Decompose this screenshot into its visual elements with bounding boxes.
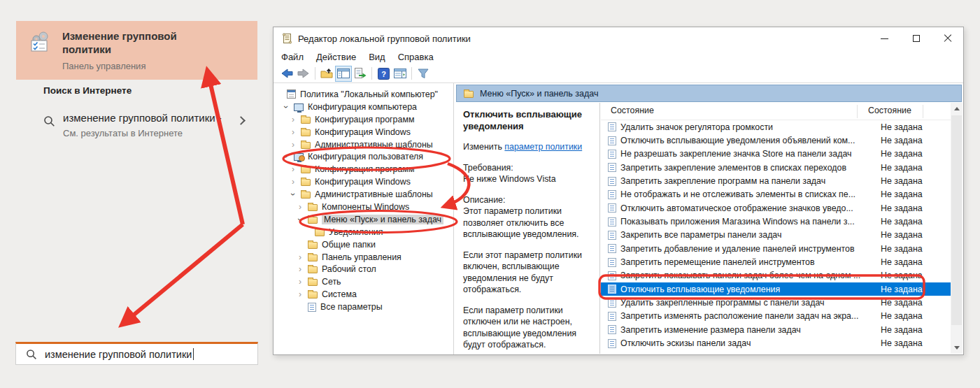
tree-item[interactable]: ›Панель управления xyxy=(274,251,453,264)
tree-item[interactable]: Общие папки xyxy=(274,238,453,251)
chevron-collapsed-icon[interactable]: › xyxy=(292,166,301,173)
policy-setting-icon xyxy=(608,271,616,280)
policy-state: Не задана xyxy=(881,189,923,199)
tree-item[interactable]: ›Конфигурация программ xyxy=(274,163,453,175)
policy-name: Закрепить все параметры панели задач xyxy=(620,230,868,240)
policy-name: Отключить всплывающие уведомления xyxy=(620,285,868,294)
policy-name: Запретить закрепление программ на панели… xyxy=(620,176,868,186)
policy-row[interactable]: Отключить всплывающие уведомленияНе зада… xyxy=(601,282,951,296)
policy-setting-icon xyxy=(608,299,616,308)
tree-item[interactable]: ›Административные шаблоны xyxy=(274,188,453,201)
menu-item[interactable]: Справка xyxy=(392,52,440,62)
chevron-collapsed-icon[interactable]: › xyxy=(299,278,308,285)
show-action-pane-icon[interactable] xyxy=(392,66,409,82)
chevron-expanded-icon[interactable]: › xyxy=(285,153,294,160)
chevron-collapsed-icon[interactable]: › xyxy=(292,129,301,136)
tree-item[interactable]: ›Конфигурация компьютера xyxy=(274,101,453,113)
tree-item-label: Конфигурация программ xyxy=(315,115,414,124)
chevron-collapsed-icon[interactable]: › xyxy=(292,141,301,148)
tree-item[interactable]: ›Конфигурация Windows xyxy=(274,126,453,138)
policy-row[interactable]: Не отображать и не отслеживать элементы … xyxy=(601,188,951,201)
chevron-collapsed-icon[interactable]: › xyxy=(299,266,308,273)
column-divider[interactable] xyxy=(857,105,858,118)
minimize-icon xyxy=(881,38,888,39)
show-console-tree-icon[interactable] xyxy=(335,66,352,82)
chevron-collapsed-icon[interactable]: › xyxy=(292,116,301,123)
tree-item[interactable]: ›Конфигурация пользователя xyxy=(274,150,453,163)
maximize-button[interactable] xyxy=(900,27,932,50)
tree-item[interactable]: ›Система xyxy=(274,288,453,301)
tree-item[interactable]: ›Рабочий стол xyxy=(274,263,453,275)
minimize-button[interactable] xyxy=(869,27,900,50)
menu-item[interactable]: Вид xyxy=(362,52,392,62)
policy-setting-icon xyxy=(608,339,616,348)
edit-policy-link[interactable]: параметр политики xyxy=(504,142,582,152)
policy-setting-icon xyxy=(608,163,616,172)
policy-row[interactable]: Запретить изменять расположение панели з… xyxy=(601,310,951,323)
menu-item[interactable]: Действие xyxy=(310,52,362,62)
filter-icon[interactable] xyxy=(415,66,432,82)
web-search-suggestion[interactable]: изменение групповой политики - См. резул… xyxy=(43,110,253,143)
tree-item[interactable]: ›Меню «Пуск» и панель задач xyxy=(274,213,453,226)
policy-row[interactable]: Не разрешать закрепление значка Store на… xyxy=(601,148,951,161)
policy-name: Отключить автоматическое отображение зна… xyxy=(620,203,868,213)
tree-item[interactable]: ›Сеть xyxy=(274,275,453,288)
chevron-collapsed-icon[interactable]: › xyxy=(299,254,308,261)
column-header-state[interactable]: Состояние xyxy=(868,106,911,115)
policy-row[interactable]: Запретить закрепление программ на панели… xyxy=(601,174,951,187)
policy-row[interactable]: Отключить автоматическое отображение зна… xyxy=(601,201,951,215)
policy-title: Отключить всплывающие уведомления xyxy=(463,108,592,132)
policy-row[interactable]: Закрепить все параметры панели задачНе з… xyxy=(601,229,951,242)
tree-item[interactable]: ›Конфигурация программ xyxy=(274,113,453,126)
search-input[interactable]: изменение групповой политики xyxy=(15,342,258,365)
up-one-level-icon[interactable] xyxy=(318,66,335,82)
scroll-down-icon[interactable] xyxy=(951,342,963,354)
forward-icon[interactable] xyxy=(295,66,312,82)
chevron-expanded-icon[interactable]: › xyxy=(299,216,308,223)
toolbar-separator xyxy=(411,67,412,80)
search-top-result[interactable]: Изменение групповой политики Панель упра… xyxy=(16,21,257,80)
policy-setting-icon xyxy=(608,312,616,321)
tree-item[interactable]: Уведомления xyxy=(274,226,453,238)
policy-state: Не задана xyxy=(881,217,923,227)
policy-row[interactable]: Отключить эскизы панели задачНе задана xyxy=(601,337,951,350)
policy-row[interactable]: Удалить закрепленные программы с панели … xyxy=(601,296,951,309)
policy-row[interactable]: Запретить показывать панели задач более … xyxy=(601,269,951,282)
policy-row[interactable]: Запретить перемещение панелей инструмент… xyxy=(601,255,951,268)
close-button[interactable] xyxy=(932,27,963,50)
tree-item[interactable]: ›Компоненты Windows xyxy=(274,201,453,213)
policy-row[interactable]: Запретить изменение размера панели задач… xyxy=(601,323,951,336)
vertical-scrollbar[interactable] xyxy=(951,103,963,354)
policy-name: Не разрешать закрепление значка Store на… xyxy=(620,149,868,159)
chevron-collapsed-icon[interactable]: › xyxy=(292,178,301,185)
tree-item-label: Политика "Локальный компьютер" xyxy=(300,89,438,99)
column-divider[interactable] xyxy=(923,105,923,118)
folder-icon xyxy=(308,254,318,261)
tree-item[interactable]: ›Административные шаблоны xyxy=(274,138,453,151)
policy-row[interactable]: Запретить закрепление элементов в списка… xyxy=(601,161,951,174)
policy-row[interactable]: Удалить значок регулятора громкостиНе за… xyxy=(601,120,951,134)
scroll-up-icon[interactable] xyxy=(951,103,963,115)
chevron-expanded-icon[interactable]: › xyxy=(292,191,301,198)
tree-item[interactable]: Все параметры xyxy=(274,301,453,313)
help-icon[interactable]: ? xyxy=(375,66,392,82)
menu-item[interactable]: Файл xyxy=(275,52,310,62)
chevron-expanded-icon[interactable]: › xyxy=(285,103,294,110)
console-main: Политика "Локальный компьютер"›Конфигура… xyxy=(274,83,963,354)
chevron-collapsed-icon[interactable]: › xyxy=(299,291,308,298)
back-icon[interactable] xyxy=(278,66,295,82)
policy-row[interactable]: Запретить добавление и удаление панелей … xyxy=(601,242,951,255)
console-tree: Политика "Локальный компьютер"›Конфигура… xyxy=(274,83,454,354)
tree-item[interactable]: Политика "Локальный компьютер" xyxy=(274,88,453,101)
column-header-setting[interactable]: Состояние xyxy=(611,106,654,115)
policy-list-pane: Состояние Состояние Удалить значок регул… xyxy=(601,103,963,354)
policy-row[interactable]: Показывать приложения Магазина Windows н… xyxy=(601,215,951,228)
search-input-value: изменение групповой политики xyxy=(45,349,192,360)
export-list-icon[interactable] xyxy=(352,66,369,82)
tree-item-label: Конфигурация программ xyxy=(315,164,414,174)
policy-row[interactable]: Отключить всплывающие уведомления объявл… xyxy=(601,134,951,147)
tree-item[interactable]: ›Конфигурация Windows xyxy=(274,175,453,188)
scrollbar-thumb[interactable] xyxy=(951,115,962,325)
chevron-collapsed-icon[interactable]: › xyxy=(299,203,308,210)
tree-item-label: Общие папки xyxy=(322,240,376,250)
